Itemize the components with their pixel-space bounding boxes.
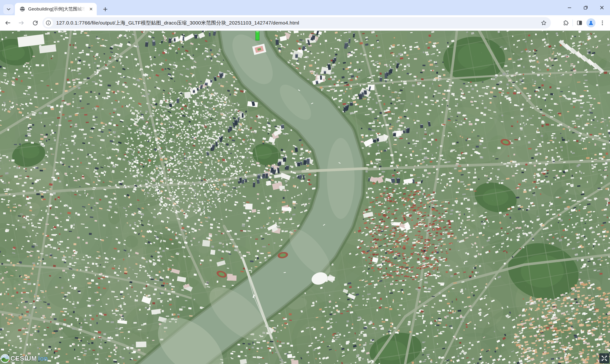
- tab-strip: Geobuilding[示例]大范围城市模 × +: [0, 0, 610, 15]
- profile-button[interactable]: [585, 17, 597, 29]
- cesium-ion-logo[interactable]: CESIUM ion: [0, 354, 48, 363]
- browser-toolbar: 127.0.0.1:7766/file/output/上海_GLTF模型贴图_d…: [0, 15, 610, 30]
- back-button[interactable]: [1, 17, 14, 29]
- map-viewport[interactable]: [0, 31, 610, 364]
- cesium-wordmark: CESIUM: [11, 355, 37, 362]
- back-icon: [4, 20, 11, 26]
- restore-button[interactable]: [578, 0, 594, 15]
- extensions-button[interactable]: [560, 17, 572, 29]
- bookmark-star-icon: [541, 20, 547, 26]
- window-close-icon: [599, 5, 605, 11]
- toolbar-separator: [572, 20, 573, 26]
- close-window-button[interactable]: [594, 0, 610, 15]
- ion-wordmark: ion: [38, 355, 48, 362]
- forward-icon: [18, 20, 25, 26]
- side-panel-button[interactable]: [574, 17, 585, 29]
- restore-icon: [583, 5, 589, 11]
- minimize-icon: [567, 5, 572, 11]
- forward-button[interactable]: [15, 17, 28, 29]
- site-info-button[interactable]: [44, 18, 53, 27]
- person-icon: [588, 20, 594, 26]
- globe-favicon-icon: [20, 6, 25, 12]
- window-controls: [561, 0, 610, 15]
- browser-window: Geobuilding[示例]大范围城市模 × +: [0, 0, 610, 364]
- minimize-button[interactable]: [561, 0, 578, 15]
- tab-title: Geobuilding[示例]大范围城市模: [28, 6, 87, 12]
- tab-close-button[interactable]: ×: [88, 6, 94, 13]
- side-panel-icon: [576, 20, 583, 26]
- menu-button[interactable]: [597, 17, 608, 29]
- three-dot-menu-icon: [599, 20, 606, 26]
- url-text[interactable]: 127.0.0.1:7766/file/output/上海_GLTF模型贴图_d…: [56, 20, 539, 26]
- info-icon: [46, 20, 51, 26]
- chevron-down-icon: [6, 6, 12, 12]
- extensions-puzzle-icon: [563, 20, 569, 26]
- profile-avatar: [586, 18, 596, 27]
- cesium-globe-icon: [0, 354, 10, 363]
- new-tab-button[interactable]: +: [100, 4, 111, 14]
- address-bar[interactable]: 127.0.0.1:7766/file/output/上海_GLTF模型贴图_d…: [42, 17, 551, 29]
- active-tab[interactable]: Geobuilding[示例]大范围城市模 ×: [15, 3, 97, 15]
- tab-search-button[interactable]: [3, 4, 14, 14]
- reload-icon: [32, 20, 39, 26]
- toolbar-right: [560, 17, 608, 29]
- reload-button[interactable]: [29, 17, 41, 29]
- bookmark-button[interactable]: [539, 18, 548, 28]
- fullscreen-button[interactable]: [599, 353, 609, 363]
- viewer-content: CESIUM ion: [0, 30, 610, 364]
- fullscreen-expand-icon: [601, 355, 608, 362]
